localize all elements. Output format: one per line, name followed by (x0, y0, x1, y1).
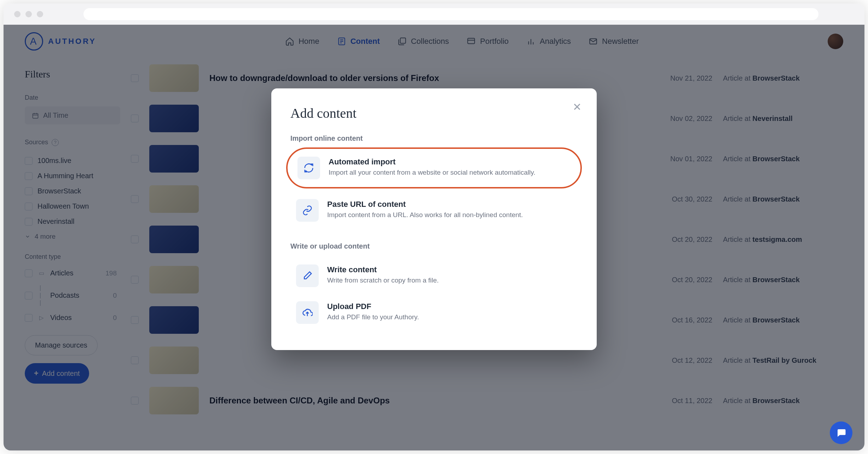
option-upload-pdf[interactable]: Upload PDF Add a PDF file to your Author… (290, 294, 578, 331)
close-window-icon[interactable] (14, 11, 21, 17)
chat-icon (836, 427, 846, 438)
maximize-window-icon[interactable] (37, 11, 43, 17)
upload-cloud-icon (296, 301, 319, 324)
option-paste-title: Paste URL of content (327, 200, 523, 209)
option-automated-desc: Import all your content from a website o… (329, 169, 536, 176)
url-bar[interactable] (83, 8, 818, 20)
import-section-label: Import online content (290, 134, 578, 142)
modal-title: Add content (290, 105, 578, 121)
option-upload-title: Upload PDF (327, 302, 419, 311)
option-paste-url[interactable]: Paste URL of content Import content from… (290, 192, 578, 229)
option-write-desc: Write from scratch or copy from a file. (327, 277, 439, 284)
option-write-title: Write content (327, 265, 439, 274)
sync-icon (297, 157, 320, 179)
close-icon[interactable]: ✕ (571, 101, 583, 112)
write-section-label: Write or upload content (290, 242, 578, 250)
minimize-window-icon[interactable] (25, 11, 32, 17)
browser-chrome (4, 4, 864, 25)
chat-widget[interactable] (830, 421, 852, 444)
pencil-icon (296, 264, 319, 287)
add-content-modal: Add content ✕ Import online content Auto… (271, 88, 597, 350)
window-controls (14, 11, 43, 17)
link-icon (296, 199, 319, 222)
option-paste-desc: Import content from a URL. Also works fo… (327, 211, 523, 219)
option-upload-desc: Add a PDF file to your Authory. (327, 313, 419, 321)
option-write-content[interactable]: Write content Write from scratch or copy… (290, 257, 578, 294)
option-automated-import[interactable]: Automated import Import all your content… (286, 147, 582, 188)
option-automated-title: Automated import (329, 157, 536, 167)
